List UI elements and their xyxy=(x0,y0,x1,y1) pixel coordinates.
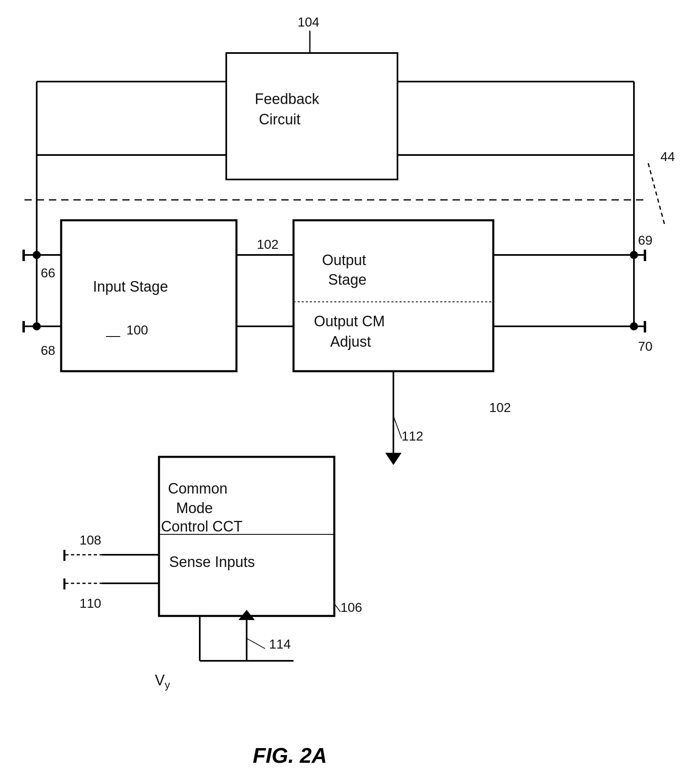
vy-label: Vy xyxy=(155,672,170,691)
ref-106-label: 106 xyxy=(340,600,362,615)
svg-line-34 xyxy=(247,638,265,649)
ref-68-label: 68 xyxy=(41,343,55,358)
ref-104-label: 104 xyxy=(298,15,319,29)
common-mode-text-line1: Common xyxy=(168,480,227,497)
output-cm-text-line2: Adjust xyxy=(330,333,371,350)
svg-line-20 xyxy=(648,163,665,224)
diagram-container: 104 Feedback Circuit Input Stage 100 Out… xyxy=(0,0,691,784)
ref-112-label: 112 xyxy=(402,429,423,443)
figure-title: FIG. 2A xyxy=(253,744,327,767)
ref-108-label: 108 xyxy=(79,533,101,547)
ref-66-label: 66 xyxy=(41,266,55,280)
output-stage-text-line2: Stage xyxy=(328,271,366,288)
ref-69-label: 69 xyxy=(638,233,653,248)
output-cm-text-line1: Output CM xyxy=(314,313,385,330)
ref-102-bottom-label: 102 xyxy=(489,400,511,415)
ref-44-label: 44 xyxy=(660,149,675,164)
common-mode-text-line2: Mode xyxy=(176,500,213,516)
output-stage-text-line1: Output xyxy=(322,252,366,268)
ref-102-top-label: 102 xyxy=(257,237,278,252)
output-stage-block xyxy=(294,220,493,371)
feedback-circuit-block xyxy=(226,53,397,179)
feedback-circuit-text-line2: Circuit xyxy=(259,111,300,128)
input-stage-block xyxy=(61,220,236,371)
feedback-circuit-text-line1: Feedback xyxy=(255,91,320,107)
common-mode-text-line4: Sense Inputs xyxy=(169,554,255,570)
ref-100-label: 100 xyxy=(126,323,148,337)
ref-114-label: 114 xyxy=(269,637,291,651)
common-mode-text-line3: Control CCT xyxy=(161,518,243,535)
svg-line-26 xyxy=(393,416,402,439)
ref-70-label: 70 xyxy=(638,339,653,354)
input-stage-text-line1: Input Stage xyxy=(93,278,168,295)
ref-110-label: 110 xyxy=(79,596,101,611)
arrow-down-to-common-mode xyxy=(385,453,402,465)
